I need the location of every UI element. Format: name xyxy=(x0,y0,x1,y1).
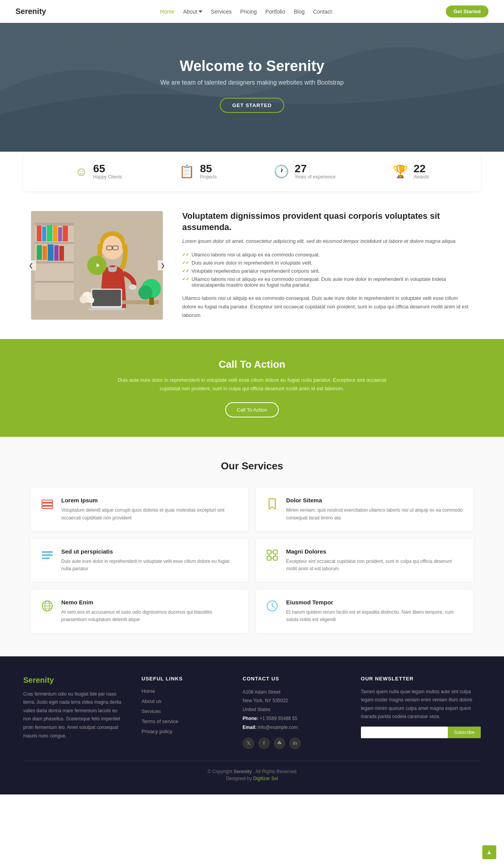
footer-grid: Serenity Cras fermentum odio eu feugiat … xyxy=(23,676,481,749)
clock-icon: 🕐 xyxy=(274,164,289,179)
stat-clients-label: Happy Clients xyxy=(93,174,122,180)
globe-icon xyxy=(40,599,54,616)
nav-pricing[interactable]: Pricing xyxy=(240,9,257,15)
nav-services[interactable]: Services xyxy=(211,9,232,15)
nav-contact[interactable]: Contact xyxy=(313,9,332,15)
nav-about[interactable]: About xyxy=(183,9,202,15)
stat-awards-label: Awards xyxy=(414,174,429,180)
svg-rect-4 xyxy=(35,261,74,263)
check-item-1: Ullamco laboris nisi ut aliquip ex ea co… xyxy=(182,252,473,258)
service-desc-5: At vero eos et accusamus et iusto odio d… xyxy=(61,609,239,623)
cta-section: Call To Action Duis aute irure dolor in … xyxy=(0,339,504,437)
footer-brand-name: Serenity xyxy=(23,676,126,685)
carousel-next-button[interactable]: ❯ xyxy=(158,260,168,270)
footer-link-home[interactable]: Home xyxy=(142,688,155,694)
smiley-icon: ☺ xyxy=(75,164,88,179)
facebook-icon[interactable]: f xyxy=(258,737,270,749)
stat-clients-number: 65 xyxy=(93,163,122,174)
svg-rect-16 xyxy=(59,246,64,261)
stat-projects-number: 85 xyxy=(200,163,217,174)
nav-portfolio[interactable]: Portfolio xyxy=(265,9,285,15)
service-card-1: Lorem Ipsum Voluptatum delenitl atque co… xyxy=(31,488,248,531)
footer-brand-text: Cras fermentum odio eu feugiat lide par … xyxy=(23,690,126,741)
svg-rect-42 xyxy=(267,556,271,560)
clock2-icon xyxy=(265,599,279,616)
carousel-prev-button[interactable]: ❮ xyxy=(26,260,36,270)
play-button[interactable] xyxy=(87,256,107,275)
service-card-6: Eiusmod Tempor Et harum quidem rerum fac… xyxy=(256,590,473,633)
linkedin-icon[interactable]: in xyxy=(289,737,301,749)
svg-rect-26 xyxy=(92,290,121,306)
twitter-icon[interactable]: 𝕏 xyxy=(243,737,254,749)
svg-point-32 xyxy=(79,296,87,303)
svg-rect-38 xyxy=(42,554,53,556)
svg-rect-41 xyxy=(273,550,277,554)
footer-newsletter-text: Tamen quem nulla quae legam multos aute … xyxy=(361,688,481,721)
cta-button[interactable]: Call To Action xyxy=(225,402,279,417)
newsletter-email-input[interactable] xyxy=(361,727,448,738)
designer-link[interactable]: Digitizer Sol xyxy=(253,776,278,781)
svg-rect-9 xyxy=(53,226,57,241)
service-title-6: Eiusmod Tempor xyxy=(286,599,464,606)
service-desc-4: Excepteur sint occaecat cupidatat non pr… xyxy=(286,558,464,573)
bookmark-icon xyxy=(265,497,279,514)
instagram-icon[interactable]: ☘ xyxy=(274,737,285,749)
hero-subtitle: We are team of talented designers making… xyxy=(16,79,488,86)
footer-newsletter-heading: OUR NEWSLETTER xyxy=(361,676,481,682)
stat-experience: 🕐 27 Years of experience xyxy=(274,163,336,180)
footer-contact-heading: CONTACT US xyxy=(243,676,345,682)
cta-heading: Call To Action xyxy=(16,358,488,370)
stats-bar: ☺ 65 Happy Clients 📋 85 Projects 🕐 27 Ye… xyxy=(23,152,481,191)
services-section: Our Services Lorem Ipsum Voluptatum dele… xyxy=(0,437,504,656)
svg-rect-8 xyxy=(47,225,52,241)
service-title-4: Magni Dolores xyxy=(286,548,464,555)
svg-rect-3 xyxy=(35,242,74,244)
service-title-3: Sed ut perspiciatis xyxy=(61,548,239,555)
hero-cta-button[interactable]: GET STARTED xyxy=(220,98,284,113)
service-title-2: Dolor Sitema xyxy=(286,497,464,504)
nav-links: Home About Services Pricing Portfolio Bl… xyxy=(160,9,332,15)
cta-text: Duis aute irure dolor in reprehenderit i… xyxy=(116,376,388,393)
svg-rect-35 xyxy=(42,503,53,505)
navbar: Serenity Home About Services Pricing Por… xyxy=(0,0,504,23)
footer-links-col: USEFUL LINKS Home About us Services Term… xyxy=(142,676,227,749)
svg-rect-11 xyxy=(63,226,68,241)
svg-point-33 xyxy=(88,297,94,303)
footer-link-item-about: About us xyxy=(142,698,227,704)
puzzle-icon xyxy=(265,548,279,566)
svg-rect-13 xyxy=(43,246,47,260)
about-content: Voluptatem dignissimos provident quasi c… xyxy=(182,211,473,320)
footer-link-item-privacy: Privacy policy xyxy=(142,728,227,734)
service-desc-1: Voluptatum delenitl atque corrupti quos … xyxy=(61,507,239,521)
about-heading: Voluptatem dignissimos provident quasi c… xyxy=(182,211,473,233)
navbar-cta-button[interactable]: Get Started xyxy=(446,5,488,17)
nav-blog[interactable]: Blog xyxy=(294,9,305,15)
about-section: ❮ ❯ Voluptatem dignissimos provident qua… xyxy=(0,191,504,339)
svg-rect-10 xyxy=(58,227,62,241)
svg-rect-5 xyxy=(35,281,74,283)
svg-rect-40 xyxy=(267,550,271,554)
svg-line-55 xyxy=(272,606,274,607)
projects-icon: 📋 xyxy=(179,164,195,179)
footer-address: A108 Adam Street New York, NY 535022 Uni… xyxy=(243,688,345,732)
footer-links-heading: USEFUL LINKS xyxy=(142,676,227,682)
copyright-text: © Copyright Serenity . All Rights Reserv… xyxy=(23,769,481,774)
svg-rect-36 xyxy=(42,506,53,509)
designed-by-text: Designed by Digitizer Sol xyxy=(23,776,481,781)
newsletter-form: Subscribe xyxy=(361,727,481,738)
footer-link-about[interactable]: About us xyxy=(142,698,161,704)
footer-link-services[interactable]: Services xyxy=(142,708,161,714)
service-desc-3: Duis aute irure dolor in reprehenderit i… xyxy=(61,558,239,573)
footer-link-tos[interactable]: Terms of service xyxy=(142,718,178,724)
stat-experience-label: Years of experience xyxy=(295,174,336,180)
footer-link-item-home: Home xyxy=(142,688,227,694)
footer-link-privacy[interactable]: Privacy policy xyxy=(142,729,172,734)
newsletter-subscribe-button[interactable]: Subscribe xyxy=(448,727,481,738)
stat-awards: 🏆 22 Awards xyxy=(393,163,429,180)
svg-point-19 xyxy=(103,236,122,258)
svg-rect-30 xyxy=(149,297,154,305)
stat-happy-clients: ☺ 65 Happy Clients xyxy=(75,163,122,180)
footer-bottom: © Copyright Serenity . All Rights Reserv… xyxy=(23,761,481,781)
stat-projects-label: Projects xyxy=(200,174,217,180)
nav-home[interactable]: Home xyxy=(160,9,174,15)
